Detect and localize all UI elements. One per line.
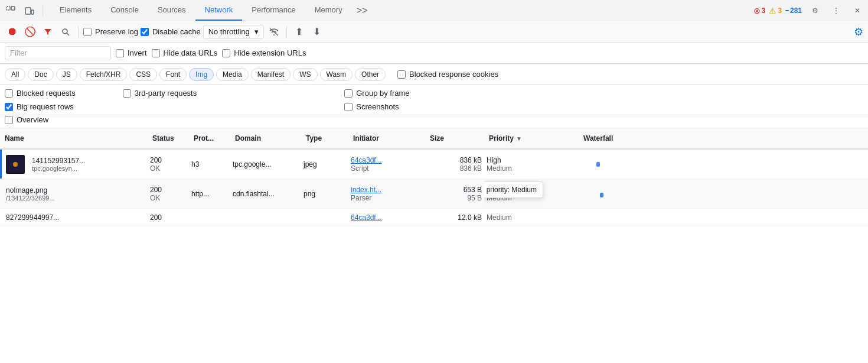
more-tabs-button[interactable]: >>: [352, 0, 373, 21]
type-pill-wasm[interactable]: Wasm: [320, 68, 353, 81]
overview-check[interactable]: [5, 116, 13, 124]
cell-status-1: 200 OK: [148, 150, 189, 179]
throttle-dropdown[interactable]: No throttling ▾: [203, 25, 264, 39]
filter-toggle-button[interactable]: [40, 24, 56, 40]
priority-sort-arrow-icon: ▼: [516, 135, 522, 142]
hide-ext-urls-checkbox[interactable]: [222, 49, 230, 57]
waterfall-bar-2: [600, 193, 603, 197]
type-pill-doc[interactable]: Doc: [28, 68, 53, 81]
col-header-domain[interactable]: Domain: [235, 134, 306, 142]
group-by-frame-checkbox[interactable]: [344, 89, 353, 98]
preserve-log-label[interactable]: Preserve log: [83, 27, 138, 36]
import-har-button[interactable]: ⬇: [309, 24, 325, 40]
big-request-rows-checkbox[interactable]: [5, 103, 13, 111]
invert-checkbox[interactable]: [116, 49, 124, 57]
hide-data-urls-checkbox[interactable]: [152, 49, 160, 57]
select-element-icon[interactable]: [2, 2, 19, 19]
col-header-name[interactable]: Name: [5, 134, 152, 142]
col-header-protocol[interactable]: Prot...: [194, 134, 235, 142]
initiator-link-1[interactable]: 64ca3df...: [351, 156, 382, 164]
cell-domain-1: tpc.google...: [230, 150, 301, 179]
filter-input[interactable]: [5, 46, 111, 60]
priority-primary-3: Medium: [487, 213, 512, 222]
screenshots-checkbox[interactable]: [344, 103, 353, 111]
blocked-requests-label[interactable]: Blocked requests: [5, 89, 76, 98]
more-options-button[interactable]: ⋮: [828, 2, 844, 19]
throttle-arrow-icon: ▾: [254, 27, 259, 36]
cell-name-3: 827299944997...: [0, 209, 148, 226]
type-pill-manifest[interactable]: Manifest: [251, 68, 291, 81]
type-pill-all[interactable]: All: [5, 68, 25, 81]
devtools-icons: [2, 2, 50, 19]
tab-sources[interactable]: Sources: [148, 0, 195, 21]
big-request-rows-label[interactable]: Big request rows: [5, 102, 76, 111]
col-header-priority[interactable]: Priority ▼: [489, 134, 583, 142]
type-pill-js[interactable]: JS: [56, 68, 77, 81]
col-header-type[interactable]: Type: [306, 134, 353, 142]
type-pill-img[interactable]: Img: [189, 68, 214, 81]
type-pill-css[interactable]: CSS: [129, 68, 157, 81]
col-header-size[interactable]: Size: [430, 134, 489, 142]
initiator-sub-1: Script: [351, 164, 382, 173]
table-row[interactable]: 827299944997... 200 64ca3df... 12.0 kB M…: [0, 209, 868, 226]
network-settings-icon[interactable]: ⚙: [854, 25, 863, 38]
svg-rect-1: [11, 7, 15, 10]
cell-priority-2: Mediu Medium High, Initial priority: Med…: [484, 179, 579, 208]
extra-col-left: Blocked requests Big request rows Overvi…: [5, 89, 76, 111]
close-devtools-button[interactable]: ✕: [849, 2, 866, 19]
device-toggle-icon[interactable]: [21, 2, 38, 19]
screenshots-label[interactable]: Screenshots: [344, 102, 409, 111]
third-party-label[interactable]: 3rd-party requests: [123, 89, 197, 98]
group-by-frame-label[interactable]: Group by frame: [344, 89, 409, 98]
type-pill-media[interactable]: Media: [216, 68, 249, 81]
priority-secondary-1: Medium: [487, 164, 512, 173]
export-har-button[interactable]: ⬆: [292, 24, 307, 40]
hide-ext-urls-label[interactable]: Hide extension URLs: [222, 48, 306, 57]
row-name-primary-1: 141152993157...: [32, 157, 85, 165]
initiator-link-3[interactable]: 64ca3df...: [351, 213, 382, 222]
tab-performance[interactable]: Performance: [242, 0, 305, 21]
preserve-log-checkbox[interactable]: [83, 28, 92, 36]
col-header-status[interactable]: Status: [152, 134, 194, 142]
col-header-waterfall[interactable]: Waterfall: [583, 134, 863, 142]
toolbar-sep-1: [78, 26, 79, 38]
cell-size-3: 12.0 kB: [425, 209, 484, 226]
type-pill-other[interactable]: Other: [355, 68, 386, 81]
wifi-icon-button[interactable]: [266, 24, 282, 40]
status-code-1: 200: [150, 156, 162, 164]
type-pill-fetch[interactable]: Fetch/XHR: [80, 68, 128, 81]
priority-primary-1: High: [487, 156, 512, 164]
col-header-initiator[interactable]: Initiator: [353, 134, 430, 142]
cell-status-3: 200: [148, 209, 189, 226]
blocked-cookies-checkbox[interactable]: [397, 70, 406, 79]
stop-recording-button[interactable]: ⏺: [5, 24, 20, 40]
table-row[interactable]: noImage.png /134122/32699... 200 OK http…: [0, 179, 868, 209]
blocked-cookies-label[interactable]: Blocked response cookies: [397, 70, 498, 79]
tab-console[interactable]: Console: [101, 0, 148, 21]
tab-network[interactable]: Network: [195, 0, 243, 21]
cell-domain-3: [230, 209, 301, 226]
initiator-link-2[interactable]: index.ht...: [351, 186, 381, 194]
tab-elements[interactable]: Elements: [50, 0, 101, 21]
blocked-requests-checkbox[interactable]: [5, 89, 13, 98]
cell-priority-3: Medium: [484, 209, 579, 226]
toolbar-right: ⚙: [854, 25, 863, 38]
tab-memory[interactable]: Memory: [305, 0, 352, 21]
clear-button[interactable]: 🚫: [22, 24, 38, 40]
invert-filter-label[interactable]: Invert: [116, 48, 147, 57]
priority-tooltip-2: High, Initial priority: Medium: [484, 182, 543, 198]
hide-data-urls-label[interactable]: Hide data URLs: [152, 48, 218, 57]
disable-cache-label[interactable]: Disable cache: [141, 27, 201, 36]
type-pill-ws[interactable]: WS: [293, 68, 317, 81]
svg-line-5: [67, 33, 69, 35]
type-pill-font[interactable]: Font: [159, 68, 187, 81]
main-tabs: Elements Console Sources Network Perform…: [50, 0, 753, 21]
settings-gear-button[interactable]: ⚙: [807, 2, 823, 19]
table-row[interactable]: 141152993157... tpc.googlesyn... 200 OK …: [0, 150, 868, 179]
extra-options-row2: Overview: [0, 115, 868, 128]
cell-domain-2: cdn.flashtal...: [230, 179, 301, 208]
search-button[interactable]: [58, 24, 73, 40]
overview-check-label[interactable]: Overview: [5, 115, 863, 124]
third-party-checkbox[interactable]: [123, 89, 131, 98]
disable-cache-checkbox[interactable]: [141, 28, 149, 36]
